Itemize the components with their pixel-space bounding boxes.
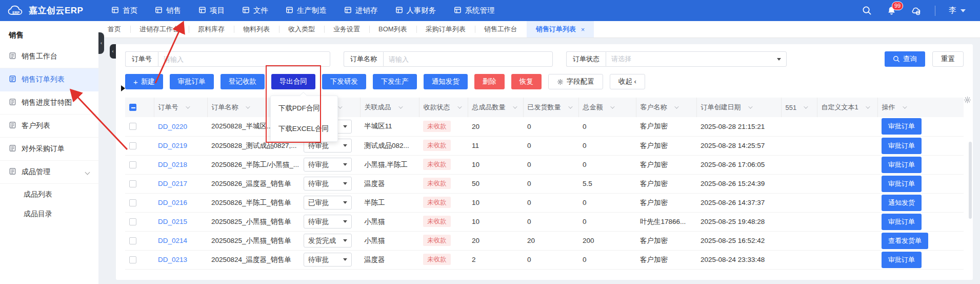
toolbar-expand-handle[interactable]: [121, 85, 125, 91]
order-id-link[interactable]: DD_0215: [158, 218, 187, 225]
row-checkbox[interactable]: [129, 180, 136, 187]
nav-item-1[interactable]: 销售: [146, 0, 190, 21]
sidebar-item-2[interactable]: 销售进度甘特图: [0, 91, 98, 115]
notifications-bell-icon[interactable]: 99: [886, 5, 897, 16]
create-button[interactable]: +新建: [125, 74, 163, 89]
sidebar-item-5[interactable]: 成品管理: [0, 161, 98, 184]
order-id-link[interactable]: DD_0218: [158, 161, 187, 168]
order-id-link[interactable]: DD_0217: [158, 180, 187, 187]
send-production-button[interactable]: 下发生产: [373, 74, 417, 89]
row-action-button[interactable]: 审批订单: [882, 214, 922, 230]
vertical-scrollbar[interactable]: [969, 142, 972, 219]
sidebar-subitem-1[interactable]: 成品目录: [0, 204, 98, 224]
filter-collapse-handle[interactable]: ‹: [110, 44, 116, 59]
tab-5[interactable]: 业务设置: [324, 21, 369, 37]
cloud-service-icon[interactable]: [910, 5, 922, 16]
order-status-row-select[interactable]: 待审批: [304, 158, 352, 172]
column-header-3[interactable]: 关联成品: [360, 98, 419, 117]
order-name-input[interactable]: [383, 51, 553, 67]
order-id-link[interactable]: DD_0216: [158, 199, 187, 206]
column-header-5[interactable]: 总成品数量: [468, 98, 523, 117]
nav-item-4[interactable]: 生产制造: [277, 0, 335, 21]
nav-item-5[interactable]: 进销存: [335, 0, 387, 21]
sidebar-subitem-0[interactable]: 成品列表: [0, 185, 98, 204]
row-action-button[interactable]: 审批订单: [882, 138, 922, 154]
row-action-button[interactable]: 审批订单: [882, 157, 922, 173]
row-action-button[interactable]: 审批订单: [882, 118, 922, 135]
row-action-button[interactable]: 查看发货单: [882, 233, 928, 249]
sidebar-item-0[interactable]: 销售工作台: [0, 45, 98, 68]
nav-item-2[interactable]: 项目: [190, 0, 233, 21]
tab-3[interactable]: 物料列表: [234, 21, 279, 37]
row-action-button[interactable]: 审批订单: [882, 176, 922, 192]
order-id-link[interactable]: DD_0214: [158, 237, 187, 244]
column-header-4[interactable]: 收款状态: [419, 98, 468, 117]
column-header-12[interactable]: 操作: [877, 98, 964, 117]
brand[interactable]: ERP 嘉立创云ERP: [0, 5, 103, 17]
column-header-10[interactable]: 551: [781, 98, 817, 117]
order-status-row-select[interactable]: 已审批: [304, 196, 352, 210]
restore-button[interactable]: 恢复: [511, 74, 542, 89]
tab-close-icon[interactable]: ×: [581, 26, 585, 33]
total-qty-cell: 2: [468, 250, 523, 269]
nav-item-3[interactable]: 文件: [233, 0, 277, 21]
order-status-row-select[interactable]: 发货完成: [304, 234, 352, 248]
row-checkbox[interactable]: [129, 237, 136, 244]
row-action-button[interactable]: 审批订单: [882, 252, 922, 268]
search-button[interactable]: 查询: [885, 51, 925, 67]
export-dropdown-item-1[interactable]: 下载EXCEL合同: [271, 119, 337, 139]
tab-1[interactable]: 进销存工作台: [130, 21, 189, 37]
export-dropdown-item-0[interactable]: 下载PDF合同: [271, 98, 337, 119]
delete-button[interactable]: 删除: [474, 74, 505, 89]
row-action-button[interactable]: 通知发货: [882, 195, 922, 211]
sidebar-item-1[interactable]: 销售订单列表: [0, 68, 98, 91]
column-header-8[interactable]: 客户名称: [636, 98, 696, 117]
column-header-9[interactable]: 订单创建日期: [696, 98, 781, 117]
row-checkbox[interactable]: [129, 256, 136, 263]
row-checkbox[interactable]: [129, 218, 136, 225]
order-status-value: 已审批: [308, 198, 329, 207]
register-payment-button[interactable]: 登记收款: [221, 74, 265, 89]
row-checkbox[interactable]: [129, 142, 136, 149]
order-id-link[interactable]: DD_0220: [158, 123, 187, 130]
row-checkbox[interactable]: [129, 123, 136, 130]
tab-7[interactable]: 采购订单列表: [416, 21, 475, 37]
notify-ship-button[interactable]: 通知发货: [424, 74, 468, 89]
column-header-0[interactable]: 订单号: [154, 98, 207, 117]
sidebar-item-3[interactable]: 客户列表: [0, 115, 98, 138]
column-header-11[interactable]: 自定义文本1: [817, 98, 877, 117]
order-status-row-select[interactable]: 待审批: [304, 215, 352, 229]
collapse-button[interactable]: 收起 ‹: [610, 74, 645, 89]
nav-item-0[interactable]: 首页: [103, 0, 146, 21]
nav-item-7[interactable]: 系统管理: [445, 0, 504, 21]
row-checkbox[interactable]: [129, 161, 136, 168]
reset-button[interactable]: 重置: [932, 51, 964, 67]
order-id-link[interactable]: DD_0213: [158, 256, 187, 263]
order-status-select[interactable]: 请选择: [606, 51, 787, 67]
column-header-7[interactable]: 总金额: [578, 98, 636, 117]
send-rd-button[interactable]: 下发研发: [322, 74, 366, 89]
sort-caret-icon: [186, 104, 190, 108]
row-checkbox[interactable]: [129, 199, 136, 206]
tab-8[interactable]: 销售工作台: [475, 21, 527, 37]
nav-item-6[interactable]: 人事财务: [387, 0, 445, 21]
user-menu[interactable]: 李: [949, 6, 966, 15]
tab-4[interactable]: 收入类型: [279, 21, 324, 37]
order-status-row-select[interactable]: 待审批: [304, 177, 352, 191]
approve-button[interactable]: 审批订单: [170, 74, 214, 89]
field-config-button[interactable]: 字段配置: [548, 74, 603, 89]
column-header-6[interactable]: 已发货数量: [523, 98, 578, 117]
sidebar-item-4[interactable]: 对外采购订单: [0, 138, 98, 161]
order-no-input[interactable]: [158, 51, 330, 67]
gear-icon: [557, 79, 564, 85]
export-button[interactable]: 导出合同: [271, 74, 315, 89]
column-settings-gear-icon[interactable]: [964, 96, 971, 104]
search-icon[interactable]: [861, 5, 872, 16]
sidebar-collapse-handle[interactable]: ‹: [98, 32, 104, 54]
tab-9[interactable]: 销售订单列表×: [527, 21, 594, 37]
order-id-link[interactable]: DD_0219: [158, 142, 187, 149]
tab-2[interactable]: 原料库存: [189, 21, 234, 37]
order-status-row-select[interactable]: 待审批: [304, 253, 352, 267]
tab-6[interactable]: BOM列表: [369, 21, 416, 37]
select-all-checkbox[interactable]: [129, 104, 136, 111]
